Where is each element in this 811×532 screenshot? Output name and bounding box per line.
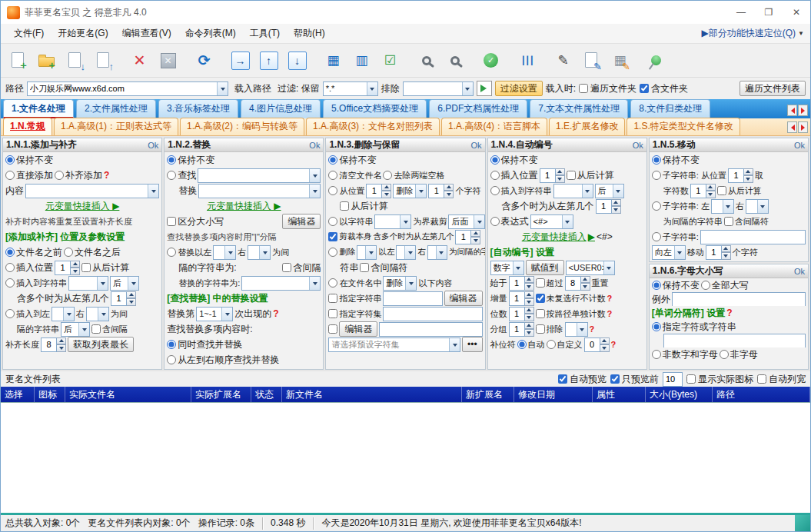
before-name-radio[interactable]	[5, 248, 15, 257]
add-folder-button[interactable]: ＋	[32, 46, 61, 75]
chevron-down-icon[interactable]	[97, 277, 108, 290]
spin-up-icon[interactable]	[71, 261, 80, 268]
pos-spinner[interactable]	[728, 168, 753, 183]
close-button[interactable]: ✕	[783, 1, 810, 24]
include-folders-option[interactable]: 含文件夹	[640, 82, 688, 95]
position-combo[interactable]: 后	[110, 276, 139, 291]
move-right-button[interactable]: →	[226, 46, 254, 75]
ok-button[interactable]: Ok	[309, 141, 320, 150]
scroll-right-icon[interactable]	[798, 121, 808, 133]
spin-value[interactable]	[509, 291, 525, 306]
exclude-combo[interactable]	[565, 322, 588, 337]
exclude-pattern-combo[interactable]	[403, 81, 474, 96]
spec-charset-checkbox[interactable]	[328, 309, 337, 318]
spin-value[interactable]	[690, 184, 706, 198]
col-path[interactable]: 路径	[713, 387, 810, 402]
number-type-combo[interactable]: 数字	[490, 261, 524, 275]
from-end-checkbox[interactable]	[81, 263, 91, 272]
load-path-button[interactable]: 载入路径	[231, 81, 274, 97]
spin-down-icon[interactable]	[581, 283, 590, 291]
spin-value[interactable]	[509, 307, 525, 321]
ok-button[interactable]: Ok	[633, 141, 643, 150]
keep-radio[interactable]	[652, 281, 661, 290]
auto-preview-option[interactable]: 自动预览	[558, 373, 607, 386]
spin-up-icon[interactable]	[525, 291, 534, 299]
spin-up-icon[interactable]	[444, 184, 454, 191]
over-spinner[interactable]	[565, 276, 590, 291]
help-icon[interactable]: ?	[611, 340, 617, 349]
spin-down-icon[interactable]	[127, 298, 136, 306]
grid-view-button[interactable]: ▦	[319, 46, 347, 75]
substring-custom-radio[interactable]	[652, 232, 661, 241]
in-name-radio[interactable]	[328, 278, 337, 288]
right-sep-combo[interactable]	[86, 307, 109, 321]
chevron-down-icon[interactable]	[562, 215, 573, 228]
spin-down-icon[interactable]	[382, 191, 391, 198]
var-insert-link[interactable]: 元变量快捷插入 ▶	[207, 200, 281, 213]
get-longest-button[interactable]: 获取列表最长	[68, 337, 134, 352]
insert-pos-radio[interactable]	[5, 263, 15, 272]
spin-value[interactable]	[728, 168, 744, 183]
col-actual-ext[interactable]: 实际扩展名	[191, 387, 251, 402]
col-new-ext[interactable]: 新扩展名	[462, 387, 514, 402]
uncounted-checkbox[interactable]	[536, 294, 545, 303]
more-button[interactable]: •••	[462, 337, 483, 352]
move-down-button[interactable]: ↓	[283, 46, 311, 75]
help-icon[interactable]: ?	[590, 324, 595, 334]
chevron-down-icon[interactable]	[78, 323, 89, 336]
spin-up-icon[interactable]	[556, 168, 565, 176]
chevron-down-icon[interactable]	[603, 261, 614, 274]
with-sep-checkbox[interactable]	[282, 263, 291, 272]
chevron-down-icon[interactable]	[474, 215, 484, 228]
assign-button[interactable]: 赋值到	[526, 260, 564, 275]
chevron-down-icon[interactable]	[217, 82, 228, 95]
spin-down-icon[interactable]	[525, 283, 534, 291]
subtab-script[interactable]: 1.A.高级(4)：语言脚本	[441, 118, 547, 135]
chevron-down-icon[interactable]	[259, 246, 270, 259]
replace-combo[interactable]	[198, 184, 321, 198]
chevron-down-icon[interactable]	[674, 246, 685, 259]
direct-add-radio[interactable]	[5, 171, 15, 180]
assign-target-combo[interactable]: <USER0>	[566, 261, 615, 275]
auto-pad-radio[interactable]	[517, 340, 527, 349]
substring-between-radio[interactable]	[652, 201, 661, 211]
chevron-down-icon[interactable]	[613, 185, 623, 198]
filter-settings-button[interactable]: 过滤设置	[495, 81, 543, 96]
spin-up-icon[interactable]	[471, 230, 480, 238]
search-button[interactable]	[412, 46, 440, 75]
spin-down-icon[interactable]	[444, 191, 454, 198]
with-sep-checkbox[interactable]	[724, 217, 733, 226]
crop-self-checkbox[interactable]	[328, 232, 337, 241]
pin-button[interactable]	[642, 46, 670, 75]
insert-to-string-radio[interactable]	[490, 186, 500, 195]
var-insert-link[interactable]: 元变量快捷插入 ▶	[45, 200, 120, 213]
keep-radio[interactable]	[490, 155, 500, 165]
sequential-radio[interactable]	[167, 355, 176, 364]
spin-up-icon[interactable]	[722, 245, 731, 253]
minimize-button[interactable]: —	[727, 1, 755, 24]
load-list-button[interactable]: ↓	[61, 46, 89, 75]
chevron-down-icon[interactable]	[757, 200, 768, 213]
chevron-down-icon[interactable]	[148, 185, 158, 198]
subtab-encoding[interactable]: 1.A.高级(2)：编码与转换等	[180, 118, 304, 135]
after-name-radio[interactable]	[64, 248, 73, 257]
pad-length-spinner[interactable]	[41, 337, 66, 352]
new-file-button[interactable]: ＋	[4, 46, 32, 75]
nth-combo[interactable]: 1~-1	[196, 307, 233, 321]
chevron-down-icon[interactable]	[415, 185, 426, 198]
help-icon[interactable]: ?	[607, 294, 613, 303]
spin-value[interactable]	[366, 184, 382, 198]
resize-grip[interactable]	[795, 515, 810, 531]
path-combo[interactable]	[27, 81, 228, 96]
non-alpha-radio[interactable]	[720, 350, 729, 359]
per-path-checkbox[interactable]	[536, 309, 545, 318]
column-view-button[interactable]: ▥	[347, 46, 376, 75]
move-spinner[interactable]	[706, 245, 731, 260]
chevron-down-icon[interactable]	[449, 338, 460, 351]
spin-down-icon[interactable]	[525, 298, 534, 306]
var-insert-link[interactable]: 元变量快捷插入	[522, 231, 587, 244]
by-string-radio[interactable]	[328, 217, 337, 226]
charset-editor-checkbox[interactable]	[328, 324, 337, 334]
spin-down-icon[interactable]	[744, 175, 753, 183]
chevron-down-icon[interactable]	[436, 246, 447, 259]
